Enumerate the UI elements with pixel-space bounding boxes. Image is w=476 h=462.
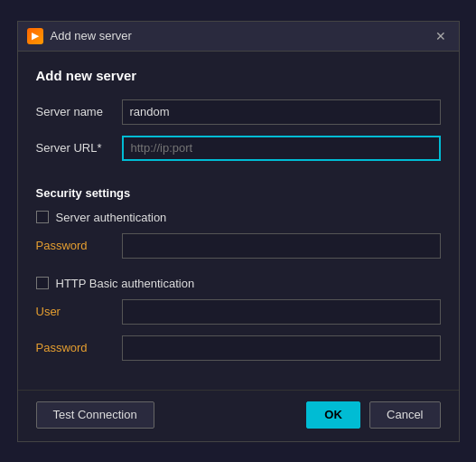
server-auth-checkbox[interactable] xyxy=(36,211,49,223)
footer-right: OK Cancel xyxy=(306,401,440,429)
dialog-body: Add new server Server name Server URL* S… xyxy=(18,52,459,384)
password2-input[interactable] xyxy=(122,335,441,361)
user-label: User xyxy=(36,305,122,318)
password-label: Password xyxy=(36,239,122,252)
user-row: User xyxy=(36,299,441,325)
cancel-button[interactable]: Cancel xyxy=(369,401,440,429)
server-url-input[interactable] xyxy=(122,136,441,161)
test-connection-button[interactable]: Test Connection xyxy=(36,401,154,429)
http-basic-checkbox[interactable] xyxy=(36,277,49,289)
dialog-title: Add new server xyxy=(51,29,132,42)
title-bar-left: ▶ Add new server xyxy=(27,28,132,44)
password2-label: Password xyxy=(36,341,122,354)
ok-button[interactable]: OK xyxy=(306,401,360,429)
http-basic-label: HTTP Basic authentication xyxy=(56,277,195,290)
server-name-row: Server name xyxy=(36,99,441,125)
password-input[interactable] xyxy=(122,233,441,259)
http-basic-row: HTTP Basic authentication xyxy=(36,277,441,290)
server-name-label: Server name xyxy=(36,105,122,118)
title-bar: ▶ Add new server ✕ xyxy=(18,22,459,52)
password-row: Password xyxy=(36,233,441,259)
close-button[interactable]: ✕ xyxy=(432,27,450,45)
server-name-input[interactable] xyxy=(122,99,441,125)
security-heading: Security settings xyxy=(36,186,441,200)
password2-row: Password xyxy=(36,335,441,361)
add-server-dialog: ▶ Add new server ✕ Add new server Server… xyxy=(17,21,460,442)
server-url-row: Server URL* xyxy=(36,136,441,161)
server-url-label: Server URL* xyxy=(36,141,122,155)
dialog-heading: Add new server xyxy=(36,68,441,83)
dialog-footer: Test Connection OK Cancel xyxy=(18,390,459,441)
app-icon: ▶ xyxy=(27,28,43,44)
server-auth-row: Server authentication xyxy=(36,211,441,224)
server-auth-label: Server authentication xyxy=(56,211,167,224)
user-input[interactable] xyxy=(122,299,441,325)
